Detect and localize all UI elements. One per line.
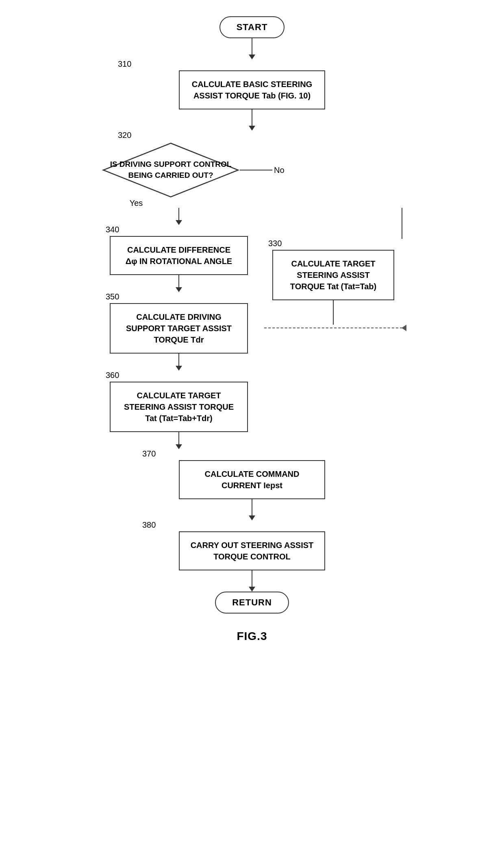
process-340: CALCULATE DIFFERENCE Δφ IN ROTATIONAL AN…: [110, 236, 248, 275]
start-terminal: START: [219, 16, 285, 38]
return-terminal: RETURN: [215, 592, 289, 614]
step-370-label: 370: [142, 449, 156, 459]
decision-320-text: IS DRIVING SUPPORT CONTROL BEING CARRIED…: [102, 159, 240, 181]
arrowhead-1: [249, 55, 255, 59]
step-350-label: 350: [106, 292, 119, 301]
step-330-label: 330: [268, 239, 282, 248]
process-350: CALCULATE DRIVING SUPPORT TARGET ASSIST …: [110, 303, 248, 354]
process-330: CALCULATE TARGET STEERING ASSIST TORQUE …: [272, 250, 394, 300]
process-360: CALCULATE TARGET STEERING ASSIST TORQUE …: [110, 382, 248, 432]
decision-320: IS DRIVING SUPPORT CONTROL BEING CARRIED…: [102, 142, 240, 199]
no-branch: No: [240, 166, 285, 175]
arrow-370-380: [252, 499, 252, 515]
step-380-label: 380: [142, 520, 156, 530]
step-310-label: 310: [118, 59, 131, 69]
arrow-1: [252, 38, 252, 55]
no-v-line-bottom: [333, 300, 334, 325]
arrowhead-350-360: [176, 366, 182, 371]
decision-row: IS DRIVING SUPPORT CONTROL BEING CARRIED…: [93, 142, 411, 199]
branch-section: IS DRIVING SUPPORT CONTROL BEING CARRIED…: [93, 142, 411, 449]
step-320-label: 320: [118, 131, 131, 140]
step-340-label: 340: [106, 225, 119, 234]
no-v-line-top: [402, 208, 402, 239]
arrow-2: [252, 109, 252, 126]
arrowhead-340-350: [176, 287, 182, 292]
merge-dashed-line: [264, 325, 406, 331]
arrow-360-370: [178, 432, 179, 444]
process-370: CALCULATE COMMAND CURRENT Iepst: [179, 460, 325, 499]
left-branch: 340 CALCULATE DIFFERENCE Δφ IN ROTATIONA…: [102, 208, 256, 449]
yes-line-1: [178, 208, 179, 220]
arrowhead-2: [249, 126, 255, 131]
right-branch: 330 CALCULATE TARGET STEERING ASSIST TOR…: [264, 208, 402, 331]
figure-label: FIG.3: [237, 630, 267, 643]
merge-arrowhead: [402, 325, 406, 331]
two-col: 340 CALCULATE DIFFERENCE Δφ IN ROTATIONA…: [93, 208, 411, 449]
arrowhead-360-370: [176, 444, 182, 449]
yes-container: Yes: [102, 199, 171, 208]
yes-label: Yes: [130, 199, 143, 208]
no-h-line: [240, 170, 272, 170]
arrow-340-350: [178, 275, 179, 287]
no-label: No: [274, 166, 285, 175]
arrow-350-360: [178, 354, 179, 366]
process-380: CARRY OUT STEERING ASSIST TORQUE CONTROL: [179, 531, 325, 570]
yes-row: Yes: [93, 199, 411, 208]
yes-arrowhead-1: [176, 220, 182, 225]
dashed-line: [264, 328, 402, 328]
flowchart: START 310 CALCULATE BASIC STEERING ASSIS…: [93, 16, 411, 614]
arrowhead-370-380: [249, 515, 255, 520]
arrowhead-380-return: [249, 587, 255, 592]
step-360-label: 360: [106, 371, 119, 380]
arrow-380-return: [252, 570, 252, 587]
process-310: CALCULATE BASIC STEERING ASSIST TORQUE T…: [179, 70, 325, 109]
